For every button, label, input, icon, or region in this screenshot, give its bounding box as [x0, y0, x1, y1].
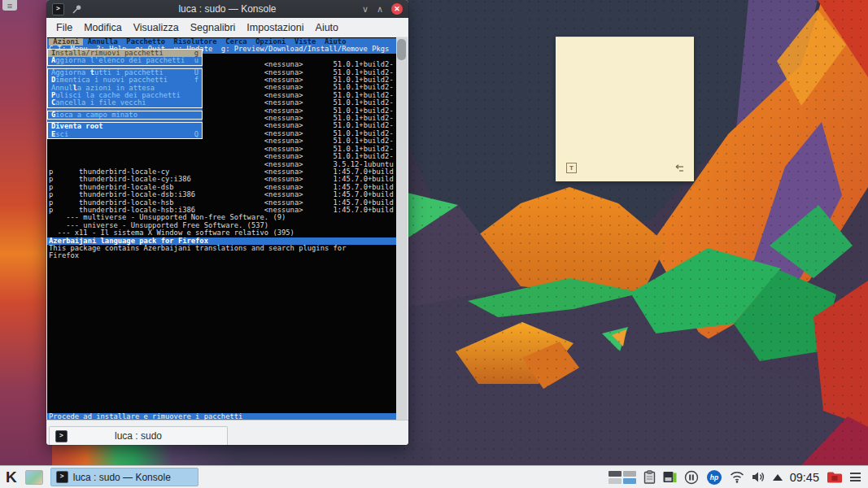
wifi-icon[interactable]	[730, 471, 744, 483]
terminal-line: p thunderbird-locale-dsb <nessuna> 1:45.…	[47, 184, 396, 191]
apt-menu-item-install-remove[interactable]: Installa/rimuovi pacchettig	[48, 50, 202, 57]
taskbar: K > luca : sudo — Konsole	[0, 465, 868, 488]
scrollbar-thumb[interactable]	[397, 39, 406, 60]
sticky-note-widget[interactable]: T	[556, 37, 694, 181]
terminal-scrollbar[interactable]	[396, 37, 408, 420]
terminal-line: --- multiverse - Unsupported Non-free So…	[47, 214, 396, 221]
window-titlebar[interactable]: > luca : sudo — Konsole ∨ ∧ ✕	[46, 0, 408, 18]
terminal-line: Azioni Annulla Pacchetto Risolutore Cerc…	[47, 38, 396, 46]
konsole-menubar: FileModificaVisualizzaSegnalibriImpostaz…	[46, 18, 408, 37]
terminal-line	[47, 382, 396, 390]
terminal-line: <nessuna> 51.0.1+build2-	[47, 153, 396, 160]
terminal-line	[47, 367, 396, 374]
aptitude-dropdown: Installa/rimuovi pacchettigAggiorna l'el…	[47, 49, 203, 139]
menubar-item-modifica[interactable]: Modifica	[78, 20, 128, 36]
terminal-line	[47, 276, 396, 283]
virtual-desktop-pager[interactable]	[608, 471, 636, 484]
menubar-item-visualizza[interactable]: Visualizza	[128, 20, 185, 36]
red-folder-icon[interactable]	[827, 471, 843, 484]
kde-menu-button[interactable]: K	[6, 467, 17, 488]
note-text-format-icon[interactable]: T	[566, 163, 577, 173]
apt-menu-item-update-lists[interactable]: Aggiorna l'elenco dei pacchettiu	[48, 57, 202, 64]
note-resize-handle-icon[interactable]	[673, 164, 684, 174]
terminal-line	[47, 359, 396, 367]
terminal-line	[47, 398, 396, 405]
panel-menu-icon[interactable]	[850, 473, 861, 481]
hp-device-icon[interactable]: hp	[706, 469, 722, 486]
terminal-line: <nessuna> 3.5.12-1ubuntu	[47, 161, 396, 168]
terminal-line	[47, 298, 396, 306]
terminal-line: --- x11 - Il sistema X Window e software…	[47, 229, 396, 237]
terminal-line	[47, 390, 396, 398]
terminal-line: p thunderbird-locale-cy:i386 <nessuna> 1…	[47, 176, 396, 183]
window-title: luca : sudo — Konsole	[46, 3, 408, 15]
terminal-line	[47, 352, 396, 359]
task-button-label: luca : sudo — Konsole	[73, 472, 171, 483]
terminal-line	[47, 337, 396, 344]
terminal-line	[47, 406, 396, 413]
terminal-line	[47, 283, 396, 290]
apt-menu-section: Gioca a campo minato	[47, 111, 203, 120]
clock[interactable]: 09:45	[790, 471, 819, 484]
media-pause-icon[interactable]	[684, 470, 699, 485]
task-terminal-icon: >	[56, 471, 68, 483]
terminal-line: This package contains Azerbaijani transl…	[47, 245, 396, 252]
apt-menu-section: Diventa rootEsciQ	[47, 122, 203, 139]
svg-text:hp: hp	[710, 473, 718, 481]
desktop-preview-icon[interactable]	[25, 470, 43, 485]
menubar-item-segnalibri[interactable]: Segnalibri	[185, 20, 242, 36]
desktop: ≡ T > luca : sudo — Konsole ∨ ∧ ✕ FileMo…	[0, 0, 868, 488]
menubar-item-impostazioni[interactable]: Impostazioni	[241, 20, 309, 36]
terminal-line	[47, 268, 396, 275]
terminal-line: Firefox	[47, 252, 396, 259]
terminal-view[interactable]: Azioni Annulla Pacchetto Risolutore Cerc…	[47, 37, 408, 420]
apt-menu-item-become-root[interactable]: Diventa root	[48, 123, 202, 130]
expand-tray-icon[interactable]	[773, 474, 783, 481]
tab-label: luca : sudo	[115, 430, 162, 442]
terminal-line	[47, 375, 396, 382]
apt-menu-section: Aggiorna tutti i pacchettiUDimentica i n…	[47, 68, 203, 108]
apt-menu-section: Installa/rimuovi pacchettigAggiorna l'el…	[47, 49, 203, 66]
panel-toggle-icon: ≡	[7, 2, 12, 10]
minimize-button[interactable]: ∨	[362, 5, 369, 14]
terminal-line: Azerbaijani language pack for Firefox	[47, 237, 396, 245]
apt-menu-item-minesweeper[interactable]: Gioca a campo minato	[48, 111, 202, 119]
terminal-line: p thunderbird-locale-hsb:i386 <nessuna> …	[47, 207, 396, 214]
maximize-button[interactable]: ∧	[377, 5, 383, 14]
terminal-line	[47, 260, 396, 268]
apt-menu-item-clean-obsolete[interactable]: Cancella i file vecchi	[48, 99, 202, 107]
apt-menu-item-forget-new[interactable]: Dimentica i nuovi pacchettif	[48, 76, 202, 84]
terminal-line: p thunderbird-locale-hsb <nessuna> 1:45.…	[47, 199, 396, 207]
device-notifier-icon[interactable]	[663, 471, 677, 484]
apt-menu-item-quit[interactable]: EsciQ	[48, 131, 202, 138]
apt-menu-item-clean-cache[interactable]: Pulisci la cache dei pacchetti	[48, 92, 202, 99]
terminal-line	[47, 306, 396, 313]
close-button[interactable]: ✕	[391, 3, 403, 15]
task-button-konsole[interactable]: > luca : sudo — Konsole	[50, 468, 198, 486]
apt-menu-item-cancel-pending[interactable]: Annulla azioni in attesa	[48, 85, 202, 92]
terminal-line: <nessuna> 51.0.1+build2-	[47, 146, 396, 153]
volume-icon[interactable]	[752, 471, 765, 483]
menubar-item-aiuto[interactable]: Aiuto	[310, 20, 345, 36]
menubar-item-file[interactable]: File	[50, 20, 78, 36]
terminal-line	[47, 344, 396, 351]
terminal-line	[47, 314, 396, 321]
apt-menu-item-upgrade-all[interactable]: Aggiorna tutti i pacchettiU	[48, 69, 202, 76]
terminal-line: p thunderbird-locale-dsb:i386 <nessuna> …	[47, 191, 396, 198]
terminal-line	[47, 329, 396, 336]
clipboard-icon[interactable]	[643, 470, 656, 484]
konsole-window: > luca : sudo — Konsole ∨ ∧ ✕ FileModifi…	[46, 0, 408, 445]
terminal-line: --- universe - Unsupported Free Software…	[47, 222, 396, 229]
system-tray: hp 09:45	[608, 469, 868, 486]
terminal-tab[interactable]: > luca : sudo	[49, 426, 228, 445]
tab-terminal-icon: >	[55, 430, 68, 442]
desktop-toolbox[interactable]: ≡	[2, 0, 17, 11]
konsole-tabbar: > luca : sudo	[46, 420, 408, 445]
terminal-line	[47, 290, 396, 298]
terminal-line	[47, 321, 396, 329]
terminal-line: p thunderbird-locale-cy <nessuna> 1:45.7…	[47, 168, 396, 176]
